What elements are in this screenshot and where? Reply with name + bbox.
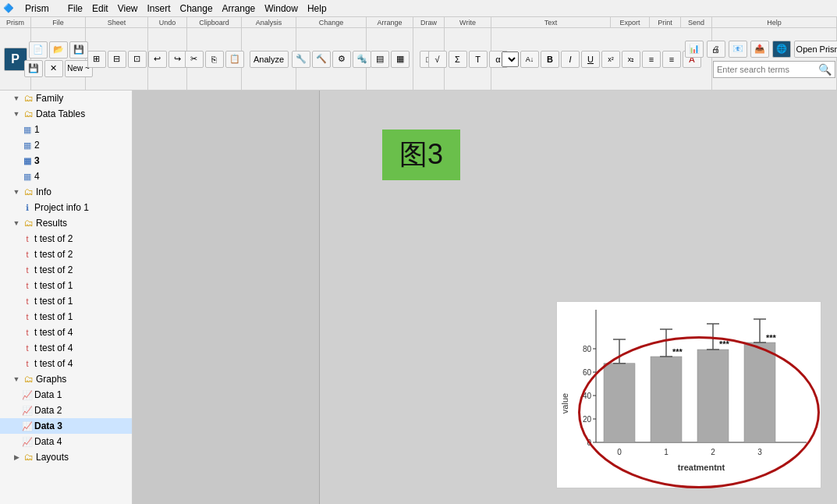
sidebar-item-r9[interactable]: t t test of 4 [0, 356, 132, 371]
sidebar: ▼ 🗂 Family ▼ 🗂 Data Tables ▦ 1 ▦ 2 ▦ 3 ▦… [0, 91, 133, 504]
menu-prism[interactable]: 🔷 Prism [3, 3, 59, 14]
sidebar-item-g1[interactable]: 📈 Data 1 [0, 387, 132, 403]
help-globe[interactable]: 🌐 [772, 41, 791, 58]
sidebar-item-dt4[interactable]: ▦ 4 [0, 169, 132, 184]
open-button[interactable]: 📂 [49, 41, 68, 59]
sidebar-item-label: Graphs [36, 374, 66, 385]
sidebar-item-r4[interactable]: t t test of 1 [0, 278, 132, 293]
arrange-btn1[interactable]: ▤ [371, 51, 389, 68]
write-btn1[interactable]: √ [428, 51, 447, 68]
sidebar-item-r5[interactable]: t t test of 1 [0, 293, 132, 309]
align-left[interactable]: ≡ [642, 51, 661, 68]
sidebar-item-label: t test of 1 [34, 311, 73, 322]
sidebar-item-info[interactable]: ▼ 🗂 Info [0, 184, 132, 200]
menu-view[interactable]: View [118, 3, 138, 14]
tl-help: Help [712, 17, 837, 27]
bar3-sig-label: *** [766, 333, 777, 343]
sidebar-item-r6[interactable]: t t test of 1 [0, 309, 132, 325]
sheet-btn1[interactable]: ⊞ [87, 51, 106, 68]
search-input[interactable] [717, 65, 818, 74]
font-select[interactable] [502, 51, 519, 67]
export-btn[interactable]: 📊 [685, 41, 704, 58]
sidebar-item-r8[interactable]: t t test of 4 [0, 340, 132, 356]
toolbar-undo-section: ↩ ↪ [148, 28, 187, 90]
subscript-button[interactable]: x₂ [622, 51, 640, 68]
send-btn1[interactable]: 📧 [729, 41, 747, 58]
change-btn1[interactable]: 🔧 [292, 51, 310, 68]
sidebar-item-project-info[interactable]: ℹ Project info 1 [0, 200, 132, 215]
analyze-button[interactable]: Analyze [250, 51, 289, 68]
sidebar-item-r3[interactable]: t t test of 2 [0, 262, 132, 278]
sidebar-item-label: t test of 1 [34, 280, 73, 291]
graph-icon: 📈 [22, 405, 33, 416]
print-btn[interactable]: 🖨 [707, 41, 725, 58]
sidebar-item-layouts[interactable]: ▶ 🗂 Layouts [0, 449, 132, 465]
send-btn2[interactable]: 📤 [750, 41, 769, 58]
toolbar-text-section: A↓ B I U x² x₂ ≡ ≡ A [491, 28, 712, 90]
undo-button[interactable]: ↩ [148, 51, 167, 68]
sidebar-item-g2[interactable]: 📈 Data 2 [0, 403, 132, 418]
change-btn3[interactable]: ⚙ [332, 51, 351, 68]
menu-arrange[interactable]: Arrange [222, 3, 256, 14]
sidebar-item-label: Data 1 [34, 389, 62, 400]
close-button[interactable]: ✕ [44, 60, 63, 77]
tl-arrange: Arrange [367, 17, 413, 27]
sidebar-item-label: 1 [34, 124, 40, 135]
sidebar-item-label: t test of 4 [34, 343, 73, 353]
save-as-button[interactable]: 💾 [24, 60, 43, 77]
arrange-btn2[interactable]: ▦ [391, 51, 410, 68]
tl-export: Export [611, 17, 650, 27]
sidebar-item-label: t test of 4 [34, 358, 73, 369]
tl-analysis: Analysis [242, 17, 296, 27]
sheet-btn2[interactable]: ⊟ [108, 51, 126, 68]
write-btn3[interactable]: T [469, 51, 488, 68]
sidebar-item-dt3[interactable]: ▦ 3 [0, 153, 132, 169]
save-button[interactable]: 💾 [69, 41, 88, 59]
paste-button[interactable]: 📋 [225, 51, 244, 68]
sidebar-item-data-tables[interactable]: ▼ 🗂 Data Tables [0, 106, 132, 122]
sidebar-item-label: Data 2 [34, 405, 62, 416]
menu-window[interactable]: Window [264, 3, 298, 14]
sidebar-item-g3[interactable]: 📈 Data 3 [0, 418, 132, 434]
menu-help[interactable]: Help [307, 3, 327, 14]
x-axis-label: treatmentnt [678, 463, 725, 472]
sidebar-item-family[interactable]: ▼ 🗂 Family [0, 91, 132, 106]
menu-file[interactable]: File [68, 3, 83, 14]
sidebar-item-label: Data 4 [34, 436, 62, 447]
copy-button[interactable]: ⎘ [205, 51, 224, 68]
menu-insert[interactable]: Insert [147, 3, 171, 14]
svg-text:60: 60 [583, 368, 592, 377]
new-file-button[interactable]: 📄 [29, 41, 48, 59]
tl-change: Change [296, 17, 367, 27]
sidebar-item-g4[interactable]: 📈 Data 4 [0, 434, 132, 449]
change-btn2[interactable]: 🔨 [312, 51, 331, 68]
sidebar-item-r7[interactable]: t t test of 4 [0, 325, 132, 340]
menu-change[interactable]: Change [180, 3, 213, 14]
cut-button[interactable]: ✂ [185, 51, 204, 68]
result-icon: t [22, 311, 33, 322]
search-icon[interactable]: 🔍 [818, 63, 832, 76]
toolbar: P 📄 📂 💾 💾 ✕ New ~ ⊞ ⊟ ⊡ ↩ ↪ ✂ ⎘ [0, 28, 837, 91]
sidebar-item-r2[interactable]: t t test of 2 [0, 247, 132, 262]
sidebar-item-r1[interactable]: t t test of 2 [0, 231, 132, 247]
open-prism-help-button[interactable]: Open Prism Help [794, 41, 838, 58]
font-size-down[interactable]: A↓ [520, 51, 539, 68]
superscript-button[interactable]: x² [601, 51, 620, 68]
sidebar-item-dt2[interactable]: ▦ 2 [0, 137, 132, 153]
sidebar-item-results[interactable]: ▼ 🗂 Results [0, 215, 132, 231]
bold-button[interactable]: B [541, 51, 559, 68]
sidebar-item-graphs[interactable]: ▼ 🗂 Graphs [0, 371, 132, 387]
menu-edit[interactable]: Edit [92, 3, 108, 14]
canvas-area: 图3 value 0 20 40 [320, 91, 837, 504]
toolbar-file-section: 📄 📂 💾 💾 ✕ New ~ [31, 28, 86, 90]
align-center[interactable]: ≡ [662, 51, 681, 68]
sidebar-item-dt1[interactable]: ▦ 1 [0, 122, 132, 137]
write-btn2[interactable]: Σ [449, 51, 467, 68]
tl-print: Print [650, 17, 681, 27]
underline-button[interactable]: U [581, 51, 600, 68]
expand-icon: ▼ [11, 374, 22, 385]
bar2-sig-label: *** [719, 339, 730, 349]
sheet-btn3[interactable]: ⊡ [128, 51, 147, 68]
tl-sheet: Sheet [86, 17, 148, 27]
italic-button[interactable]: I [561, 51, 580, 68]
